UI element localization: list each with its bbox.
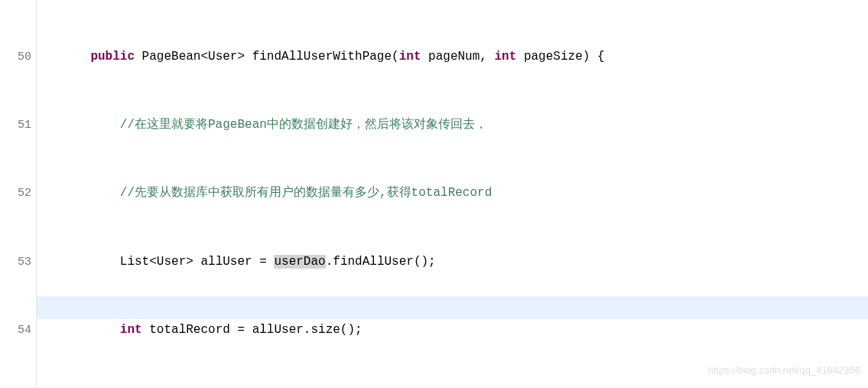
- code-line[interactable]: List<User> allUser = userDao.findAllUser…: [46, 251, 868, 274]
- line-number: 50: [0, 46, 36, 69]
- line-number: 54: [0, 319, 36, 342]
- keyword: int: [120, 323, 142, 337]
- code-text: totalRecord = allUser.size();: [142, 323, 362, 337]
- code-line[interactable]: //在这里就要将PageBean中的数据创建好，然后将该对象传回去，: [46, 114, 868, 137]
- line-number: 52: [0, 182, 36, 205]
- code-line[interactable]: int totalRecord = allUser.size();: [46, 319, 868, 342]
- keyword: int: [495, 50, 517, 64]
- line-number-gutter: 50 51 52 53 54 55 56 57 58 59 60 61 62 6…: [0, 0, 37, 388]
- code-text: List<User> allUser =: [120, 255, 275, 269]
- code-editor[interactable]: public PageBean<User> findAllUserWithPag…: [46, 0, 868, 388]
- keyword: int: [399, 50, 421, 64]
- line-number: 53: [0, 251, 36, 274]
- code-line[interactable]: //先要从数据库中获取所有用户的数据量有多少,获得totalRecord: [46, 182, 868, 205]
- code-text: PageBean<User> findAllUserWithPage(: [135, 50, 399, 64]
- selected-identifier: userDao: [274, 255, 325, 269]
- code-text: pageNum,: [421, 50, 494, 64]
- code-line[interactable]: public PageBean<User> findAllUserWithPag…: [46, 46, 868, 69]
- comment: //在这里就要将PageBean中的数据创建好，然后将该对象传回去，: [120, 118, 487, 132]
- comment: //先要从数据库中获取所有用户的数据量有多少,获得totalRecord: [120, 186, 492, 200]
- line-number: 51: [0, 114, 36, 137]
- code-text: .findAllUser();: [326, 255, 436, 269]
- code-text: pageSize) {: [516, 50, 604, 64]
- keyword: public: [90, 50, 135, 64]
- watermark-text: https://blog.csdn.net/qq_41842356: [708, 359, 861, 382]
